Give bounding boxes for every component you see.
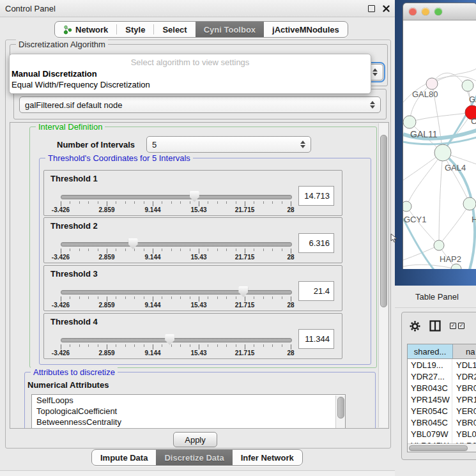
slider-tick — [134, 201, 135, 204]
tab-infer-network[interactable]: Infer Network — [233, 450, 302, 465]
cell-shared-name[interactable]: YBR043C — [408, 382, 452, 394]
table-row[interactable]: YER054CYER0 — [408, 405, 476, 417]
tab-jactivemnodules[interactable]: jActiveMNodules — [264, 22, 348, 37]
network-window-titlebar[interactable] — [403, 3, 476, 20]
cell-shared-name[interactable]: YER054C — [408, 405, 452, 417]
table-row[interactable]: YBR043CYBR0 — [408, 382, 476, 394]
scrollbar-thumb[interactable] — [409, 445, 468, 451]
slider-tick — [125, 249, 126, 251]
cell-name[interactable]: YPR1 — [452, 394, 476, 405]
tab-style[interactable]: Style — [117, 22, 153, 37]
checkbox-icon[interactable]: ✓ — [450, 323, 456, 329]
slider-tick — [254, 201, 254, 204]
tab-select[interactable]: Select — [154, 22, 195, 37]
split-columns-icon[interactable] — [429, 320, 441, 332]
cell-shared-name[interactable]: YBR045C — [408, 417, 452, 428]
scrollbar-thumb[interactable] — [380, 135, 387, 307]
close-icon[interactable] — [383, 5, 390, 12]
slider-tick — [254, 296, 254, 299]
table-row[interactable]: YDR27...YDR2 — [408, 371, 476, 382]
slider-tick — [162, 249, 162, 251]
network-canvas[interactable]: GAL80GACGAL11GAL4GCY1HHAP2 — [403, 20, 476, 269]
slider-thumb[interactable] — [165, 334, 174, 345]
slider-tick — [190, 344, 190, 347]
network-node[interactable] — [462, 80, 473, 91]
slider-thumb[interactable] — [128, 238, 138, 249]
slider-tick — [245, 249, 245, 254]
network-node[interactable] — [426, 78, 438, 89]
slider-tick — [208, 296, 208, 299]
cell-shared-name[interactable]: YDL19... — [408, 359, 452, 371]
cell-name[interactable]: YBR0 — [452, 382, 476, 394]
attribute-list-item[interactable]: TopologicalCoefficient — [32, 406, 345, 417]
cell-shared-name[interactable]: YBL079W — [408, 428, 452, 440]
cell-name[interactable]: YDL1 — [452, 359, 476, 371]
combo-stepper-icon — [370, 101, 375, 109]
numerical-attributes-list[interactable]: SelfLoopsTopologicalCoefficientBetweenne… — [31, 394, 346, 429]
slider-tick-labels: -3.4262.8599.14415.4321.71528 — [61, 302, 291, 309]
slider-tick-label: -3.426 — [52, 302, 70, 309]
threshold-label: Threshold 2 — [50, 221, 98, 231]
cell-name[interactable]: YBR0 — [452, 417, 476, 428]
table-panel-container: ✓ ✓ shared... na YDL19...YDL1YDR27...YDR… — [401, 312, 476, 460]
scrollbar-thumb[interactable] — [337, 397, 344, 418]
checkbox-icon[interactable]: ✓ — [458, 323, 464, 329]
cell-shared-name[interactable]: YPR145W — [408, 394, 452, 405]
slider-thumb[interactable] — [238, 286, 248, 297]
column-header-shared-name[interactable]: shared... — [408, 344, 453, 358]
network-node[interactable] — [403, 201, 411, 211]
slider-tick — [180, 296, 181, 299]
tab-discretize-data[interactable]: Discretize Data — [156, 450, 232, 465]
threshold-value-field[interactable]: 6.316 — [298, 233, 334, 253]
network-node[interactable] — [463, 197, 476, 210]
popup-option-manual-discretization[interactable]: Manual Discretization — [10, 68, 371, 79]
network-node[interactable] — [434, 144, 451, 161]
attributes-list-scrollbar[interactable] — [335, 395, 345, 429]
cell-shared-name[interactable]: YDR27... — [408, 371, 452, 382]
node-table[interactable]: shared... na YDL19...YDL1YDR27...YDR2YBR… — [407, 344, 476, 452]
tab-network[interactable]: Network — [55, 22, 116, 37]
table-row[interactable]: YBL079WYBL0 — [408, 428, 476, 440]
attribute-list-item[interactable]: SelfLoops — [32, 395, 345, 406]
threshold-value-field[interactable]: 21.4 — [298, 281, 334, 301]
slider-thumb[interactable] — [190, 191, 199, 202]
network-view-window[interactable]: GAL80GACGAL11GAL4GCY1HHAP2 — [403, 3, 476, 269]
popup-option-equal-width-frequency[interactable]: Equal Width/Frequency Discretization — [10, 79, 371, 90]
table-row[interactable]: YBR045CYBR0 — [408, 417, 476, 428]
tab-impute-data[interactable]: Impute Data — [92, 450, 156, 465]
gear-icon[interactable] — [410, 321, 420, 332]
number-of-intervals-combobox[interactable]: 5 — [146, 136, 311, 153]
cell-name[interactable]: YER0 — [452, 405, 476, 417]
slider-tick-label: 28 — [287, 206, 294, 213]
table-row[interactable]: YDL19...YDL1 — [408, 359, 476, 371]
threshold-slider[interactable] — [61, 242, 292, 247]
column-header-name[interactable]: na — [453, 344, 476, 358]
network-node[interactable] — [403, 116, 416, 128]
slider-tick — [98, 344, 98, 347]
table-row[interactable]: YPR145WYPR1 — [408, 394, 476, 405]
network-edge — [439, 204, 470, 245]
float-panel-icon[interactable] — [368, 5, 375, 12]
close-traffic-light-icon[interactable] — [409, 8, 417, 15]
table-data-combobox[interactable]: galFiltered.sif default node — [19, 96, 381, 113]
network-node[interactable] — [434, 240, 444, 250]
control-panel-title: Control Panel — [5, 4, 56, 13]
minimize-traffic-light-icon[interactable] — [422, 8, 429, 15]
apply-button[interactable]: Apply — [173, 432, 217, 447]
settings-scrollbar[interactable] — [378, 123, 388, 427]
network-node-label: HAP2 — [440, 254, 461, 264]
table-horizontal-scrollbar[interactable] — [408, 443, 476, 452]
threshold-value-field[interactable]: 14.713 — [298, 186, 334, 206]
cell-name[interactable]: YDR2 — [452, 371, 476, 382]
threshold-slider[interactable] — [61, 290, 292, 295]
threshold-label: Threshold 4 — [50, 317, 98, 326]
slider-tick — [88, 201, 89, 204]
zoom-traffic-light-icon[interactable] — [434, 8, 442, 15]
attribute-list-item[interactable]: BetweennessCentrality — [32, 417, 345, 427]
threshold-slider[interactable] — [61, 195, 292, 199]
cell-name[interactable]: YBL0 — [452, 428, 476, 440]
threshold-slider[interactable] — [61, 338, 292, 342]
slider-tick — [208, 201, 208, 204]
threshold-value-field[interactable]: 11.344 — [298, 329, 334, 349]
tab-cyni-toolbox[interactable]: Cyni Toolbox — [196, 22, 264, 37]
